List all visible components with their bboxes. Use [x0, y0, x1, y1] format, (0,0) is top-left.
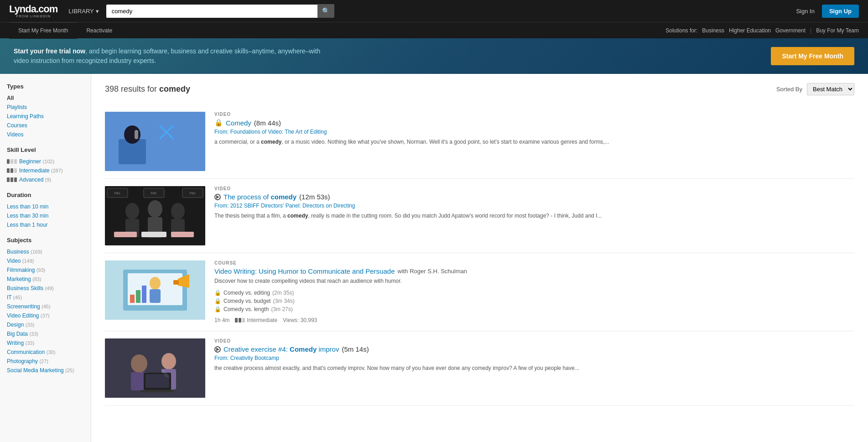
result-content-3: COURSE Video Writing: Using Humor to Com…	[214, 260, 854, 323]
result-thumbnail-3[interactable]	[105, 260, 205, 320]
result-title-3[interactable]: Video Writing: Using Humor to Communicat…	[214, 267, 854, 275]
main-layout: Types All Playlists Learning Paths Cours…	[0, 74, 868, 442]
result-title-4[interactable]: Creative exercise #4: Comedy improv (5m …	[214, 345, 854, 353]
chapter-item[interactable]: 🔒 Comedy vs. budget (3m 34s)	[214, 297, 854, 305]
svg-rect-26	[150, 289, 161, 303]
svg-point-35	[161, 353, 176, 369]
play-icon-4	[214, 346, 221, 353]
svg-text:Film: Film	[114, 192, 120, 195]
skill-seg-5	[10, 168, 13, 173]
search-bar: 🔍	[106, 4, 334, 18]
subject-business-skills[interactable]: Business Skills (49)	[7, 284, 84, 293]
subject-writing[interactable]: Writing (33)	[7, 338, 84, 348]
meta-skill-level: Intermediate	[235, 317, 277, 323]
skill-seg-1	[7, 159, 10, 164]
types-title: Types	[7, 83, 84, 90]
result-thumbnail-4[interactable]	[105, 338, 205, 398]
duration-30min[interactable]: Less than 30 min	[7, 211, 84, 220]
skill-beginner[interactable]: Beginner (102)	[7, 157, 84, 166]
reactivate-link[interactable]: Reactivate	[86, 27, 112, 34]
svg-rect-39	[140, 390, 174, 392]
result-thumbnail-1[interactable]	[105, 112, 205, 171]
subject-photography[interactable]: Photography (27)	[7, 357, 84, 366]
results-title: 398 results for comedy	[105, 84, 190, 94]
sign-up-button[interactable]: Sign Up	[822, 5, 859, 18]
solution-business[interactable]: Business	[702, 27, 724, 34]
sign-in-link[interactable]: Sign In	[796, 8, 814, 15]
result-thumbnail-2[interactable]: Film Film Film	[105, 186, 205, 245]
result-item: Film Film Film VIDEO The process of come…	[105, 179, 854, 253]
skill-seg-2	[10, 159, 13, 164]
solution-higher-ed[interactable]: Higher Education	[729, 27, 771, 34]
duration-10min[interactable]: Less than 10 min	[7, 202, 84, 211]
filter-videos[interactable]: Videos	[7, 130, 84, 139]
solution-government[interactable]: Government	[775, 27, 806, 34]
buy-team-link[interactable]: Buy For My Team	[816, 27, 859, 34]
skill-seg-8	[10, 177, 13, 182]
search-input[interactable]	[106, 5, 317, 18]
logo[interactable]: Lynda.com FROM LINKEDIN	[9, 4, 57, 18]
result-duration-2: (12m 53s)	[299, 193, 330, 201]
svg-rect-28	[136, 290, 140, 303]
svg-rect-15	[171, 232, 194, 237]
subject-design[interactable]: Design (33)	[7, 320, 84, 329]
subject-video[interactable]: Video (149)	[7, 256, 84, 265]
svg-point-11	[171, 203, 185, 219]
filter-courses[interactable]: Courses	[7, 121, 84, 130]
subject-big-data[interactable]: Big Data (33)	[7, 329, 84, 338]
sidebar: Types All Playlists Learning Paths Cours…	[0, 74, 91, 442]
subjects-title: Subjects	[7, 237, 84, 244]
result-from-4[interactable]: From: Creativity Bootcamp	[214, 355, 854, 361]
search-button[interactable]: 🔍	[317, 4, 334, 18]
chapter-item[interactable]: 🔒 Comedy vs. editing (2m 35s)	[214, 289, 854, 297]
subject-it[interactable]: IT (45)	[7, 293, 84, 302]
svg-point-25	[150, 277, 161, 290]
subject-business[interactable]: Business (169)	[7, 247, 84, 256]
results-area: 398 results for comedy Sorted By Best Ma…	[91, 74, 868, 442]
library-button[interactable]: LIBRARY ▾	[68, 8, 99, 15]
duration-1hour[interactable]: Less than 1 hour	[7, 220, 84, 229]
svg-text:Film: Film	[151, 192, 156, 195]
result-content-1: VIDEO 🔒 Comedy (8m 44s) From: Foundation…	[214, 112, 854, 171]
result-desc-4: the creative process almost exactly, and…	[214, 364, 854, 372]
result-desc-1: a commercial, or a comedy, or a music vi…	[214, 138, 854, 146]
chapter-item[interactable]: 🔒 Comedy vs. length (3m 27s)	[214, 305, 854, 313]
search-icon: 🔍	[322, 7, 330, 15]
result-content-4: VIDEO Creative exercise #4: Comedy impro…	[214, 338, 854, 398]
subject-filmmaking[interactable]: Filmmaking (93)	[7, 265, 84, 275]
meta-views: Views: 30,993	[283, 317, 317, 323]
subject-screenwriting[interactable]: Screenwriting (45)	[7, 302, 84, 311]
result-content-2: VIDEO The process of comedy (12m 53s) Fr…	[214, 186, 854, 245]
subject-communication[interactable]: Communication (30)	[7, 348, 84, 357]
result-from-2[interactable]: From: 2012 SBIFF Directors' Panel: Direc…	[214, 203, 854, 209]
start-free-link[interactable]: Start My Free Month	[9, 22, 77, 39]
svg-rect-3	[135, 130, 138, 139]
subject-marketing[interactable]: Marketing (83)	[7, 275, 84, 284]
skill-advanced[interactable]: Advanced (9)	[7, 175, 84, 184]
result-item: COURSE Video Writing: Using Humor to Com…	[105, 253, 854, 331]
filter-learning-paths[interactable]: Learning Paths	[7, 112, 84, 121]
sort-select[interactable]: Best Match Newest Oldest	[807, 83, 854, 95]
banner-text: Start your free trial now, and begin lea…	[14, 47, 333, 66]
result-title-1[interactable]: 🔒 Comedy (8m 44s)	[214, 119, 854, 127]
result-type-2: VIDEO	[214, 186, 854, 191]
skill-title: Skill Level	[7, 146, 84, 153]
banner-cta-button[interactable]: Start My Free Month	[771, 47, 854, 65]
result-item: VIDEO 🔒 Comedy (8m 44s) From: Foundation…	[105, 104, 854, 179]
svg-rect-13	[114, 232, 137, 237]
result-from-1[interactable]: From: Foundations of Video: The Art of E…	[214, 129, 854, 135]
svg-rect-14	[141, 232, 166, 237]
skill-intermediate[interactable]: Intermediate (287)	[7, 166, 84, 175]
filter-playlists[interactable]: Playlists	[7, 103, 84, 112]
course-chapters: 🔒 Comedy vs. editing (2m 35s) 🔒 Comedy v…	[214, 289, 854, 313]
promo-banner: Start your free trial now, and begin lea…	[0, 38, 868, 74]
subject-social-media[interactable]: Social Media Marketing (25)	[7, 366, 84, 375]
result-duration-4: (5m 14s)	[342, 345, 369, 353]
play-icon-2	[214, 194, 221, 200]
filter-all[interactable]: All	[7, 94, 84, 103]
skill-seg-3	[14, 159, 17, 164]
chapter-lock-3: 🔒	[214, 306, 221, 312]
result-title-2[interactable]: The process of comedy (12m 53s)	[214, 193, 854, 201]
subject-video-editing[interactable]: Video Editing (37)	[7, 311, 84, 320]
meta-duration: 1h 4m	[214, 317, 229, 323]
